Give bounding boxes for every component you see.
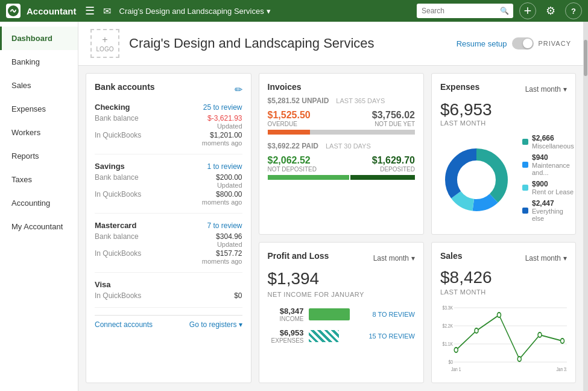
paid-days: LAST 30 DAYS [326, 142, 371, 150]
notdue-label: NOT DUE YET [372, 121, 415, 127]
savings-bank-bal: Bank balance $200.00 Updated [95, 173, 242, 189]
pnl-income-label: INCOME [268, 316, 304, 322]
pnl-expenses-track [309, 330, 364, 342]
pnl-title: Profit and Loss [268, 251, 329, 261]
overdue-bar [268, 130, 311, 135]
scrollbar[interactable] [583, 22, 588, 391]
legend-dot-else [522, 208, 528, 214]
visa-name: Visa [95, 280, 111, 289]
mail-icon[interactable]: ✉ [103, 5, 111, 17]
hamburger-icon[interactable]: ☰ [85, 4, 95, 17]
privacy-toggle[interactable] [512, 37, 534, 49]
checking-qb-bal: In QuickBooks $1,201.00 moments ago [95, 131, 242, 147]
legend-item-misc: $2,666 Miscellaneous [522, 134, 574, 150]
settings-icon[interactable]: ⚙ [542, 2, 559, 19]
sales-header: Sales Last month ▾ [440, 251, 567, 265]
cards-grid: Invoices $5,281.52 UNPAID LAST 365 DAYS … [78, 66, 583, 390]
scrollbar-thumb[interactable] [584, 40, 587, 76]
svg-text:Jan 1: Jan 1 [451, 366, 461, 372]
app-layout: Dashboard Banking Sales Expenses Workers… [0, 22, 588, 391]
legend-dot-misc [522, 139, 528, 145]
expenses-content: $2,666 Miscellaneous $940 Maintenance an… [440, 134, 567, 226]
invoices-paid-row: $3,692.22 PAID LAST 30 DAYS [268, 142, 416, 150]
pnl-expenses-review[interactable]: 15 TO REVIEW [368, 332, 415, 340]
pnl-expenses-label: EXPENSES [268, 337, 304, 344]
bank-account-mastercard: Mastercard 7 to review Bank balance $304… [95, 221, 242, 273]
legend-dot-maint [522, 162, 528, 168]
main-content: + LOGO Craig's Design and Landscaping Se… [78, 22, 583, 391]
pnl-header: Profit and Loss Last month ▾ [268, 251, 416, 265]
invoices-unpaid-amount: $5,281.52 UNPAID [268, 97, 329, 105]
bank-card: Bank accounts ✏ Checking 25 to review Ba… [86, 73, 251, 383]
sales-title: Sales [440, 251, 463, 261]
pnl-income-review[interactable]: 8 TO REVIEW [372, 311, 415, 318]
sidebar-item-accounting[interactable]: Accounting [0, 191, 78, 215]
savings-review[interactable]: 1 to review [207, 162, 242, 171]
pnl-amount: $1,394 [268, 269, 416, 288]
sidebar-item-dashboard[interactable]: Dashboard [0, 27, 78, 50]
pnl-income-bar [309, 308, 350, 320]
invoices-card: Invoices $5,281.52 UNPAID LAST 365 DAYS … [259, 73, 425, 235]
sales-subtitle: LAST MONTH [440, 288, 567, 296]
svg-point-16 [498, 313, 501, 317]
sidebar-item-sales[interactable]: Sales [0, 74, 78, 97]
legend-dot-rent [522, 185, 528, 191]
notdue-bar [310, 130, 415, 135]
legend-item-rent: $900 Rent or Lease [522, 180, 574, 196]
go-registers-link[interactable]: Go to registers ▾ [189, 320, 242, 329]
sidebar-item-reports[interactable]: Reports [0, 144, 78, 168]
deposit-bar [268, 175, 416, 180]
bank-edit-icon[interactable]: ✏ [235, 84, 242, 95]
svg-text:$2.2K: $2.2K [442, 323, 453, 329]
mastercard-review[interactable]: 7 to review [207, 221, 242, 230]
sidebar-item-expenses[interactable]: Expenses [0, 97, 78, 121]
sidebar-item-taxes[interactable]: Taxes [0, 168, 78, 191]
overdue-label: OVERDUE [268, 121, 311, 127]
savings-name: Savings [95, 162, 125, 171]
connect-accounts-link[interactable]: Connect accounts [95, 320, 153, 329]
company-selector[interactable]: Craig's Design and Landscaping Services … [119, 7, 271, 16]
search-input[interactable] [422, 7, 500, 15]
sidebar-item-my-accountant[interactable]: My Accountant [0, 215, 78, 238]
app-title: Accountant [27, 6, 77, 16]
svg-point-19 [561, 339, 564, 343]
svg-text:$3.3K: $3.3K [442, 305, 453, 311]
mastercard-bank-bal: Bank balance $304.96 Updated [95, 232, 242, 248]
paid-amount: $3,692.22 PAID [268, 142, 319, 150]
expenses-period[interactable]: Last month ▾ [525, 85, 567, 94]
checking-name: Checking [95, 103, 130, 112]
connect-bar: Connect accounts Go to registers ▾ [95, 315, 242, 329]
mastercard-name: Mastercard [95, 221, 136, 230]
notdue-col: $3,756.02 NOT DUE YET [372, 110, 415, 127]
sidebar-item-banking[interactable]: Banking [0, 50, 78, 74]
sidebar-item-workers[interactable]: Workers [0, 121, 78, 144]
visa-header: Visa [95, 280, 242, 289]
savings-header: Savings 1 to review [95, 162, 242, 171]
add-icon[interactable]: + [519, 2, 536, 19]
sales-period[interactable]: Last month ▾ [525, 254, 567, 262]
checking-review[interactable]: 25 to review [203, 103, 242, 112]
search-icon: 🔍 [500, 7, 509, 15]
legend-text-rent: $900 Rent or Lease [532, 180, 574, 196]
expenses-amount: $6,953 [440, 100, 567, 119]
deposit-split: $2,062.52 NOT DEPOSITED $1,629.70 DEPOSI… [268, 155, 416, 173]
visa-qb-bal: In QuickBooks $0 [95, 291, 242, 300]
notdeposited-bar [268, 175, 349, 180]
svg-point-5 [458, 162, 495, 198]
svg-text:$1.1K: $1.1K [442, 341, 453, 347]
search-box[interactable]: 🔍 [417, 4, 513, 18]
logo-upload-box[interactable]: + LOGO [90, 29, 119, 58]
pnl-card: Profit and Loss Last month ▾ $1,394 NET … [259, 242, 425, 383]
resume-setup: Resume setup PRIVACY [457, 37, 571, 49]
pnl-period[interactable]: Last month ▾ [373, 254, 415, 262]
pnl-bars: $8,347 INCOME 8 TO REVIEW $6,953 EXPENSE… [268, 307, 416, 344]
expenses-card: Expenses Last month ▾ $6,953 LAST MONTH [431, 73, 576, 235]
savings-qb-bal: In QuickBooks $800.00 moments ago [95, 190, 242, 206]
app-logo[interactable] [6, 4, 21, 18]
pnl-income-amount: $8,347 [268, 307, 304, 316]
svg-point-18 [538, 332, 542, 337]
resume-setup-link[interactable]: Resume setup [457, 39, 507, 48]
help-icon[interactable]: ? [565, 2, 582, 19]
bank-account-visa: Visa In QuickBooks $0 [95, 280, 242, 308]
pnl-subtitle: NET INCOME FOR JANUARY [268, 291, 416, 298]
